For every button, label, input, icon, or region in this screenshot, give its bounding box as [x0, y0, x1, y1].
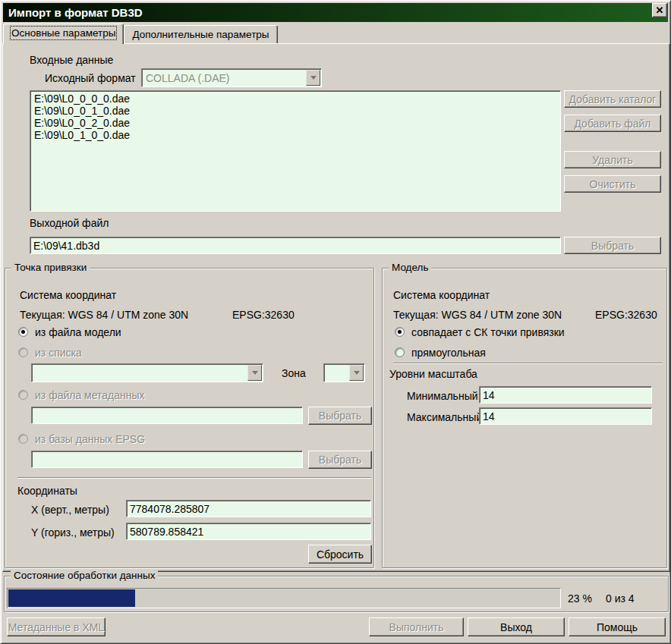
radio-from-model-file[interactable] — [18, 327, 28, 337]
chevron-down-icon — [354, 371, 360, 375]
radio-rectangular[interactable] — [395, 347, 405, 357]
anchor-point-group-title: Точка привязки — [11, 262, 90, 274]
min-scale-label: Минимальный — [407, 390, 478, 402]
run-button-label: Выполнить — [389, 621, 444, 633]
source-format-dropdown-button[interactable] — [306, 70, 320, 86]
help-button-label: Помощь — [597, 621, 638, 633]
radio-same-as-anchor[interactable] — [395, 327, 405, 337]
chevron-down-icon — [310, 76, 317, 80]
progress-percent: 23 % — [568, 592, 592, 605]
radio-from-epsg-db[interactable] — [18, 434, 28, 444]
input-data-section-label: Входные данные — [30, 54, 113, 66]
source-format-label: Исходный формат — [45, 72, 136, 84]
anchor-coord-system-label: Система координат — [20, 289, 116, 301]
add-file-button-label: Добавить файл — [574, 118, 651, 130]
min-scale-input[interactable] — [479, 386, 652, 404]
output-file-browse-button[interactable]: Выбрать — [564, 237, 661, 254]
add-file-button[interactable]: Добавить файл — [564, 115, 661, 132]
progress-count: 0 из 4 — [606, 592, 635, 605]
crs-list-dropdown-button[interactable] — [247, 365, 262, 381]
anchor-separator — [17, 477, 371, 479]
clear-button-label: Очистить — [590, 178, 636, 190]
close-icon: ✕ — [656, 5, 664, 16]
scale-levels-label: Уровни масштаба — [389, 368, 477, 380]
add-catalog-button[interactable]: Добавить каталог — [564, 90, 661, 108]
reset-button-label: Сбросить — [317, 548, 364, 561]
close-button[interactable]: ✕ — [652, 3, 667, 17]
metadata-xml-button-label: Метаданные в XML — [8, 621, 104, 633]
model-current-crs-label: Текущая: WGS 84 / UTM zone 30N — [393, 309, 562, 321]
file-list-item[interactable]: E:\09\L0_0_2_0.dae — [32, 117, 559, 129]
radio-from-model-file-label: из файла модели — [35, 326, 121, 338]
remove-button-label: Удалить — [592, 154, 632, 166]
run-button[interactable]: Выполнить — [369, 617, 464, 636]
source-format-value: COLLADA (.DAE) — [142, 72, 305, 84]
output-file-input[interactable] — [30, 237, 561, 254]
coordinates-label: Координаты — [17, 485, 77, 497]
max-scale-input[interactable] — [479, 407, 652, 425]
dialog-window: Импорт в формат DB3D ✕ Основные параметр… — [0, 0, 671, 644]
metadata-file-input[interactable] — [31, 407, 303, 424]
radio-from-list-label: из списка — [35, 347, 82, 359]
file-list-item[interactable]: E:\09\L0_1_0_0.dae — [32, 129, 559, 141]
radio-from-metadata-file[interactable] — [18, 390, 28, 400]
model-coord-system-label: Система координат — [393, 289, 490, 301]
anchor-current-crs-label: Текущая: WGS 84 / UTM zone 30N — [20, 309, 188, 321]
coord-x-label: X (верт., метры) — [31, 504, 109, 516]
progress-fill — [8, 589, 135, 607]
epsg-browse-button[interactable]: Выбрать — [308, 451, 372, 469]
tab-additional-params-label: Дополнительные параметры — [132, 29, 269, 40]
help-button[interactable]: Помощь — [569, 617, 666, 636]
radio-from-metadata-file-label: из файла метаданных — [35, 389, 145, 401]
window-title: Импорт в формат DB3D — [8, 6, 143, 19]
coord-x-input[interactable] — [126, 500, 371, 517]
tab-bar: Основные параметры Дополнительные параме… — [3, 24, 278, 44]
output-file-browse-label: Выбрать — [591, 240, 634, 252]
exit-button-label: Выход — [500, 621, 532, 633]
zone-combobox[interactable] — [323, 363, 365, 382]
radio-rectangular-label: прямоугольная — [411, 347, 486, 359]
tab-main-params-label: Основные параметры — [11, 27, 115, 39]
max-scale-label: Максимальный — [407, 411, 482, 423]
source-format-combobox[interactable]: COLLADA (.DAE) — [141, 68, 322, 87]
reset-button[interactable]: Сбросить — [308, 545, 372, 564]
input-files-listbox[interactable]: E:\09\L0_0_0_0.daeE:\09\L0_0_1_0.daeE:\0… — [30, 90, 561, 212]
output-file-label: Выходной файл — [30, 217, 109, 229]
radio-same-as-anchor-label: совпадает с СК точки привязки — [411, 326, 565, 338]
radio-from-list[interactable] — [18, 347, 28, 357]
model-separator — [393, 363, 663, 364]
title-bar[interactable]: Импорт в формат DB3D — [3, 3, 668, 22]
tab-main-params[interactable]: Основные параметры — [3, 24, 124, 44]
progress-group-title: Состояние обработки данных — [11, 570, 158, 582]
zone-label: Зона — [282, 367, 306, 379]
tab-additional-params[interactable]: Дополнительные параметры — [124, 25, 277, 43]
epsg-browse-label: Выбрать — [319, 454, 361, 466]
coord-y-label: Y (гориз., метры) — [31, 526, 115, 539]
chevron-down-icon — [252, 371, 258, 375]
model-epsg-code: EPSG:32630 — [595, 309, 657, 321]
radio-from-epsg-db-label: из базы данных EPSG — [35, 433, 145, 445]
file-list-item[interactable]: E:\09\L0_0_0_0.dae — [32, 93, 559, 105]
metadata-browse-button[interactable]: Выбрать — [308, 407, 372, 425]
progress-bar — [7, 588, 561, 608]
metadata-browse-label: Выбрать — [319, 410, 361, 422]
coord-y-input[interactable] — [126, 523, 371, 540]
exit-button[interactable]: Выход — [468, 617, 565, 636]
add-catalog-button-label: Добавить каталог — [569, 93, 657, 105]
anchor-epsg-code: EPSG:32630 — [232, 309, 295, 321]
zone-dropdown-button[interactable] — [349, 365, 364, 381]
crs-list-combobox[interactable] — [31, 363, 263, 382]
metadata-xml-button[interactable]: Метаданные в XML — [7, 617, 106, 636]
file-list-item[interactable]: E:\09\L0_0_1_0.dae — [32, 105, 559, 117]
epsg-db-input[interactable] — [31, 451, 303, 468]
remove-button[interactable]: Удалить — [564, 151, 661, 168]
clear-button[interactable]: Очистить — [564, 175, 661, 193]
model-group-title: Модель — [389, 262, 431, 274]
